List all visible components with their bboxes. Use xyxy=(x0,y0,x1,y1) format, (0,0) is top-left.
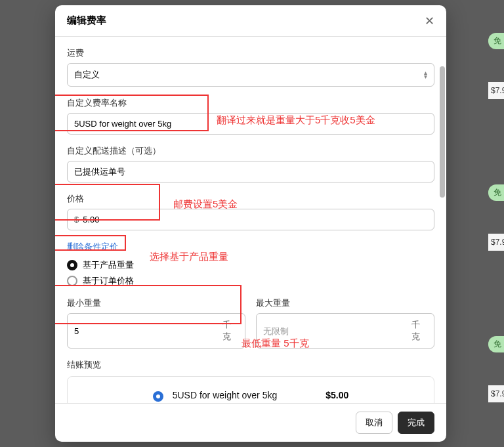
preview-subtitle: 已提供运单号 xyxy=(173,402,278,403)
chevron-updown-icon: ▴▾ xyxy=(424,71,427,79)
delivery-desc-input[interactable] xyxy=(74,167,427,177)
modal-header: 编辑费率 ✕ xyxy=(55,5,446,37)
min-weight-input-wrap: 千克 xyxy=(67,313,245,349)
close-icon[interactable]: ✕ xyxy=(425,15,434,27)
bg-free-badge: 免 xyxy=(488,33,504,49)
max-weight-unit: 千克 xyxy=(411,319,427,343)
annotation-text-3: 选择基于产品重量 xyxy=(150,251,228,263)
done-button[interactable]: 完成 xyxy=(398,412,434,434)
annotation-text-4: 最低重量 5千克 xyxy=(242,337,309,350)
annotation-text-1: 翻译过来就是重量大于5千克收5美金 xyxy=(217,114,375,127)
max-weight-input[interactable] xyxy=(263,326,411,336)
bg-price: $7.9 xyxy=(488,234,504,251)
radio-by-order-price[interactable]: 基于订单价格 xyxy=(67,275,434,287)
shipping-fee-select[interactable]: 自定义 ▴▾ xyxy=(67,63,434,87)
bg-price: $7.9 xyxy=(488,82,504,99)
bg-free-badge: 免 xyxy=(488,336,504,352)
price-input-wrap: $ xyxy=(67,209,434,230)
preview-inner: 5USD for weight over 5kg 已提供运单号 $5.00 xyxy=(153,390,349,403)
preview-radio-icon xyxy=(153,391,163,402)
radio-dot-checked-icon xyxy=(67,260,77,270)
preview-label: 结账预览 xyxy=(67,359,434,371)
remove-condition-link[interactable]: 删除条件定价 xyxy=(67,241,118,253)
delivery-desc-input-wrap xyxy=(67,161,434,182)
currency-prefix: $ xyxy=(74,215,79,224)
bg-free-badge: 免 xyxy=(488,184,504,201)
min-weight-unit: 千克 xyxy=(222,319,238,343)
preview-text: 5USD for weight over 5kg 已提供运单号 xyxy=(173,390,278,403)
rate-name-label: 自定义费率名称 xyxy=(67,97,434,109)
delivery-desc-label: 自定义配送描述（可选） xyxy=(67,145,434,157)
background-sidebar: 免 $7.9 免 $7.9 免 $7.9 xyxy=(488,33,504,402)
radio-by-weight-label: 基于产品重量 xyxy=(83,259,134,271)
shipping-fee-label: 运费 xyxy=(67,47,434,59)
modal-body: 运费 自定义 ▴▾ 自定义费率名称 自定义配送描述（可选） 价格 $ xyxy=(55,37,446,403)
bg-price: $7.9 xyxy=(488,385,504,402)
condition-radio-group: 基于产品重量 基于订单价格 xyxy=(67,259,434,287)
preview-price: $5.00 xyxy=(326,390,348,400)
min-weight-input[interactable] xyxy=(74,326,222,336)
modal-footer: 取消 完成 xyxy=(55,403,446,442)
checkout-preview-card: 5USD for weight over 5kg 已提供运单号 $5.00 xyxy=(67,376,434,403)
scrollbar[interactable] xyxy=(440,66,445,198)
radio-by-order-price-label: 基于订单价格 xyxy=(83,275,134,287)
shipping-fee-row: 运费 自定义 ▴▾ xyxy=(67,47,434,87)
max-weight-label: 最大重量 xyxy=(256,297,434,309)
radio-dot-icon xyxy=(67,276,77,286)
edit-rate-modal: 编辑费率 ✕ 运费 自定义 ▴▾ 自定义费率名称 自定义配送描述（可选） xyxy=(55,5,446,442)
annotation-text-2: 邮费设置5美金 xyxy=(173,198,238,211)
cancel-button[interactable]: 取消 xyxy=(356,412,392,434)
modal-title: 编辑费率 xyxy=(67,14,106,27)
radio-by-weight[interactable]: 基于产品重量 xyxy=(67,259,434,271)
price-label: 价格 xyxy=(67,193,434,205)
shipping-fee-value: 自定义 xyxy=(74,69,100,81)
preview-title: 5USD for weight over 5kg xyxy=(173,390,278,400)
min-weight-col: 最小重量 千克 xyxy=(67,297,245,349)
price-input[interactable] xyxy=(83,215,427,224)
min-weight-label: 最小重量 xyxy=(67,297,245,309)
delivery-desc-row: 自定义配送描述（可选） xyxy=(67,145,434,182)
price-row: 价格 $ xyxy=(67,193,434,230)
preview-section: 结账预览 5USD for weight over 5kg 已提供运单号 $5.… xyxy=(67,359,434,403)
